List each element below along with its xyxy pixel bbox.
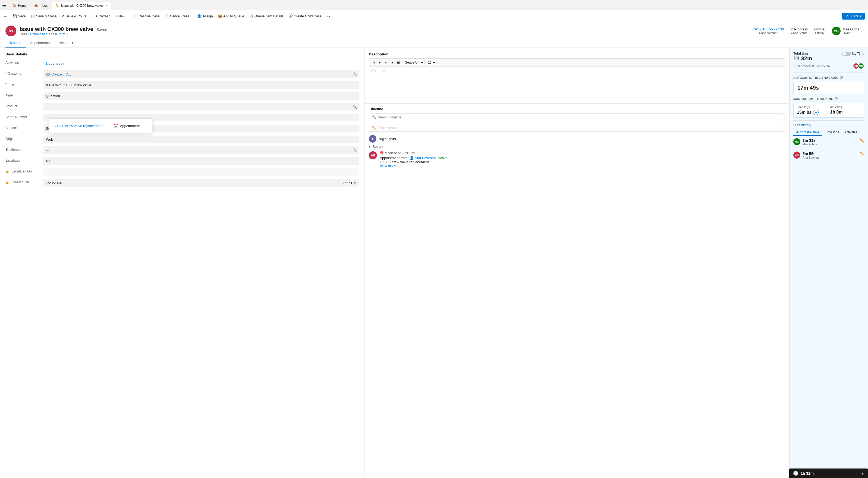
bottom-time-bar[interactable]: 🕐 1h 32m ▲ xyxy=(789,469,868,478)
recent-label: Recent xyxy=(372,145,383,149)
calendar-icon: 📅 xyxy=(380,151,384,155)
product-value[interactable]: --- 🔍 xyxy=(43,103,359,110)
entry-person-link[interactable]: Ana Bowman xyxy=(415,156,436,160)
product-search-icon[interactable]: 🔍 xyxy=(352,105,357,109)
recent-chevron-icon[interactable]: ▾ xyxy=(369,145,370,148)
assign-button[interactable]: 👤 Assign xyxy=(195,13,215,19)
escalated-on-label: 🔒 Escalated On xyxy=(5,168,43,173)
origin-label: Origin xyxy=(5,135,43,141)
save-route-button[interactable]: ↗ Save & Route xyxy=(59,13,89,19)
tab-close-button[interactable]: ✕ xyxy=(105,4,107,7)
origin-row: Origin Web xyxy=(5,135,359,144)
tab-inbox[interactable]: 📥 Inbox xyxy=(31,2,51,10)
entry-content: Appointment from: 👤 Ana Bowman Active xyxy=(380,156,785,160)
info-icon[interactable]: ⓘ xyxy=(840,75,843,79)
entitlement-value[interactable]: --- 🔍 xyxy=(43,147,359,154)
entitlement-search-icon[interactable]: 🔍 xyxy=(352,148,357,152)
add-time-log-button[interactable]: + xyxy=(813,110,818,115)
queue-item-details-button[interactable]: 📋 Queue Item Details xyxy=(247,13,286,19)
timeline-search-bar[interactable]: 🔍 xyxy=(369,113,785,121)
lock-icon: 🔒 xyxy=(5,170,9,173)
highlights-row: ★ Highlights xyxy=(369,135,785,142)
tab-issue[interactable]: ✏️ Issue with CX300 brew valve ✕ xyxy=(52,2,111,10)
create-child-case-button[interactable]: 🔗 Create Child Case xyxy=(286,13,324,19)
created-lock-icon: 🔒 xyxy=(5,181,9,184)
back-button[interactable]: ← xyxy=(3,14,8,19)
history-time-2: 5m 55s xyxy=(803,152,858,156)
save-button[interactable]: 💾 Save xyxy=(10,13,28,19)
tab-related[interactable]: Related ▾ xyxy=(54,38,78,47)
tab-details[interactable]: Details xyxy=(5,38,26,47)
history-tab-auto[interactable]: Automatic time xyxy=(793,129,823,136)
type-value[interactable]: Question xyxy=(43,92,359,100)
note-input[interactable] xyxy=(378,126,782,130)
view-more-link[interactable]: View more xyxy=(380,164,785,168)
time-tracking-panel: Total time 1h 32m My Time ↺ Refreshed at… xyxy=(789,48,868,478)
new-button[interactable]: + New xyxy=(113,13,127,19)
more-options-button[interactable]: ⋯ xyxy=(324,12,331,20)
type-label: Type xyxy=(5,92,43,97)
save-route-icon: ↗ xyxy=(61,14,64,18)
save-close-button[interactable]: 📋 Save & Close xyxy=(29,13,59,19)
undo-dropdown-btn[interactable]: ▾ xyxy=(390,60,395,65)
share-button[interactable]: ↗ Share ▾ xyxy=(842,13,865,20)
resolve-icon: 📄 xyxy=(133,14,137,18)
auto-tracking-title: AUTOMATIC TIME TRACKING ⓘ xyxy=(793,75,864,79)
manual-info-icon[interactable]: ⓘ xyxy=(835,97,838,101)
hamburger-menu[interactable]: ☰ xyxy=(2,3,6,8)
title-value[interactable]: Issue with CX300 brew valve xyxy=(43,81,359,89)
entitlement-row: Entitlement --- 🔍 xyxy=(5,147,359,155)
resolve-case-button[interactable]: 📄 Resolve Case xyxy=(131,13,162,19)
undo-btn[interactable]: ↩ xyxy=(383,60,389,65)
mg-avatar: MG xyxy=(858,63,864,69)
owner-chevron-icon[interactable]: ▾ xyxy=(861,30,863,33)
activities-link[interactable]: 1 due today xyxy=(45,61,64,65)
type-row: Type Question xyxy=(5,92,359,100)
font-family-select[interactable]: Segoe UI xyxy=(403,60,425,65)
popup-link[interactable]: CX300 brew valve replacement xyxy=(54,124,103,128)
form-link[interactable]: Enhanced full case form xyxy=(30,32,65,36)
form-chevron-icon[interactable]: ▾ xyxy=(66,32,68,36)
cancel-case-button[interactable]: 📄 Cancel Case xyxy=(162,13,192,19)
history-edit-1[interactable]: ✏️ xyxy=(860,138,864,142)
tab-home[interactable]: 🏠 Home xyxy=(9,2,30,10)
format-btn-1[interactable]: A xyxy=(371,60,376,65)
record-avatar: Iw xyxy=(5,26,16,36)
toggle-switch[interactable] xyxy=(842,52,851,56)
more-format-btn[interactable]: ⊞ xyxy=(396,60,401,65)
record-title-info: Issue with CX300 brew valve - Saved Case… xyxy=(20,26,749,36)
history-tab-logs[interactable]: Time logs xyxy=(823,129,842,136)
format-dropdown-btn[interactable]: ▾ xyxy=(377,60,382,65)
my-time-toggle[interactable]: My Time xyxy=(842,52,864,56)
queue-details-icon: 📋 xyxy=(249,14,253,18)
hide-history-link[interactable]: Hide history xyxy=(793,123,864,127)
refresh-button[interactable]: ↺ Refresh xyxy=(92,13,113,19)
editor-toolbar: A ▾ ↩ ▾ ⊞ Segoe UI 11 xyxy=(369,58,785,67)
add-to-queue-button[interactable]: 📦 Add to Queue xyxy=(216,13,246,19)
clock-icon: 🕐 xyxy=(793,471,799,476)
customer-value[interactable]: 🏢 Contoso C... 🔍 xyxy=(43,70,359,78)
serial-number-label: Serial Number xyxy=(5,114,43,119)
timeline-search-input[interactable] xyxy=(378,116,782,119)
right-panel: Description A ▾ ↩ ▾ ⊞ Segoe UI 11 Enter … xyxy=(365,48,789,478)
manual-time-row: Time logs 15m 0s + Activities 1h 0m xyxy=(793,103,864,118)
activities-value: 1 due today xyxy=(43,60,359,67)
record-saved-label: - Saved xyxy=(94,27,107,32)
escalated-value[interactable]: No xyxy=(43,157,359,165)
refresh-icon-small: ↺ xyxy=(793,64,796,68)
origin-value[interactable]: Web xyxy=(43,135,359,143)
history-tab-activities[interactable]: Activities xyxy=(842,129,860,136)
tab-attachments[interactable]: Attachments xyxy=(26,38,54,47)
appointment-option[interactable]: 📅 Appointment xyxy=(114,124,140,128)
description-section: Description A ▾ ↩ ▾ ⊞ Segoe UI 11 Enter … xyxy=(365,48,789,104)
created-on-value: 7/23/2024 3:27 PM xyxy=(43,179,359,187)
auto-time-value: 17m 49s xyxy=(797,85,860,91)
font-size-select[interactable]: 11 xyxy=(426,60,436,65)
history-body-1: 7m 31s Mae Gibbs xyxy=(803,138,858,146)
product-label: Product xyxy=(5,103,43,108)
escalated-label: Escalated xyxy=(5,157,43,162)
description-editor[interactable]: Enter text... xyxy=(369,67,785,99)
history-edit-2[interactable]: ✏️ xyxy=(860,152,864,156)
refresh-icon: ↺ xyxy=(94,14,97,18)
customer-search-icon[interactable]: 🔍 xyxy=(352,72,357,76)
